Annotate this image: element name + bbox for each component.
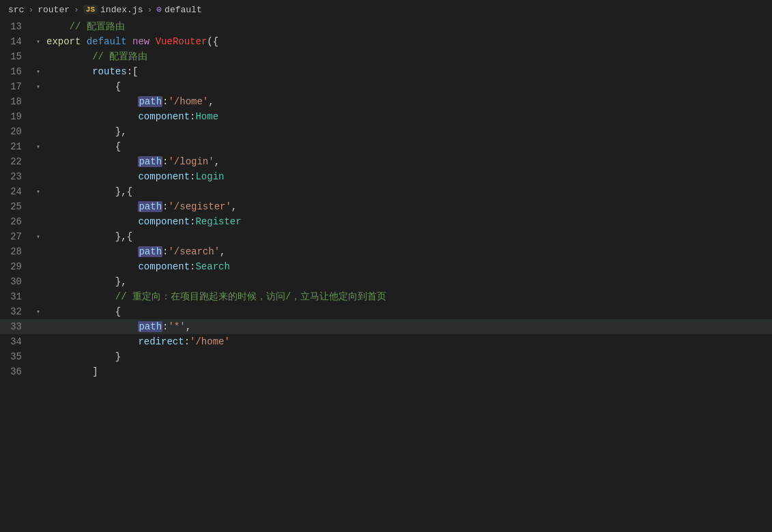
breadcrumb-default: default: [165, 5, 202, 15]
code-content: component:Register: [44, 216, 772, 227]
line-number: 21: [0, 141, 33, 152]
token-punct: :: [162, 246, 168, 257]
fold-arrow[interactable]: ▾: [33, 68, 44, 76]
token-punct: },: [115, 126, 127, 137]
token-prop: redirect: [138, 336, 184, 347]
line-number: 29: [0, 261, 33, 272]
token-component-val: Search: [195, 261, 229, 272]
code-line: 28 path:'/search',: [0, 244, 772, 259]
line-number: 28: [0, 246, 33, 257]
code-content: export default new VueRouter({: [44, 36, 772, 47]
code-content: },: [44, 276, 772, 287]
token-punct: :: [190, 261, 195, 272]
code-content: {: [44, 141, 772, 152]
code-line: 22 path:'/login',: [0, 154, 772, 169]
code-content: path:'/segister',: [44, 201, 772, 212]
code-line: 32▾ {: [0, 304, 772, 319]
code-line: 14▾export default new VueRouter({: [0, 34, 772, 49]
token-punct: },{: [115, 186, 132, 197]
breadcrumb-sep-2: ›: [74, 5, 79, 15]
code-line: 36 ]: [0, 364, 772, 379]
token-kw-export: export: [46, 36, 81, 47]
token-plain: [149, 36, 155, 47]
breadcrumb-src: src: [8, 5, 24, 15]
token-plain: [127, 36, 132, 47]
fold-arrow[interactable]: ▾: [33, 83, 44, 91]
fold-arrow[interactable]: ▾: [33, 233, 44, 241]
token-path-highlight: path: [138, 246, 162, 257]
line-number: 34: [0, 336, 33, 347]
code-content: // 配置路由: [44, 50, 772, 63]
line-number: 35: [0, 351, 33, 362]
fold-arrow[interactable]: ▾: [33, 143, 44, 151]
token-punct: {: [115, 141, 121, 152]
token-punct: :[: [127, 66, 139, 77]
fold-arrow[interactable]: ▾: [33, 38, 44, 46]
token-prop: component: [138, 261, 190, 272]
token-kw-default: default: [87, 36, 127, 47]
token-component-val: Register: [195, 216, 241, 227]
line-number: 31: [0, 291, 33, 302]
token-component-val: Home: [195, 111, 218, 122]
token-path-highlight: path: [138, 201, 162, 212]
code-content: // 重定向：在项目跑起来的时候，访问/，立马让他定向到首页: [44, 291, 772, 303]
line-number: 27: [0, 231, 33, 242]
code-content: {: [44, 81, 772, 92]
line-number: 13: [0, 21, 33, 32]
token-punct: :: [162, 156, 168, 167]
line-number: 25: [0, 201, 33, 212]
line-number: 16: [0, 66, 33, 77]
line-number: 36: [0, 366, 33, 377]
token-punct: ,: [186, 321, 191, 332]
token-punct: ,: [214, 156, 220, 167]
token-path-highlight: path: [138, 321, 162, 332]
code-content: },: [44, 126, 772, 137]
token-punct: :: [184, 336, 190, 347]
fold-arrow[interactable]: ▾: [33, 308, 44, 316]
line-number: 33: [0, 321, 33, 332]
code-line: 17▾ {: [0, 79, 772, 94]
code-line: 33 path:'*',: [0, 319, 772, 334]
token-plain: [81, 36, 86, 47]
code-line: 35 }: [0, 349, 772, 364]
token-punct: :: [190, 171, 195, 182]
line-number: 30: [0, 276, 33, 287]
code-content: path:'*',: [44, 321, 772, 332]
token-punct: }: [115, 351, 121, 362]
code-content: path:'/home',: [44, 96, 772, 107]
code-content: component:Home: [44, 111, 772, 122]
code-line: 29 component:Search: [0, 259, 772, 274]
code-line: 20 },: [0, 124, 772, 139]
code-line: 21▾ {: [0, 139, 772, 154]
breadcrumb-symbol-icon: ⊙: [156, 4, 162, 15]
token-punct: ,: [220, 246, 225, 257]
token-prop: routes: [92, 66, 126, 77]
token-str: '/home': [190, 336, 230, 347]
line-number: 20: [0, 126, 33, 137]
fold-arrow[interactable]: ▾: [33, 188, 44, 196]
token-punct: ,: [231, 201, 237, 212]
code-line: 25 path:'/segister',: [0, 199, 772, 214]
code-line: 16▾ routes:[: [0, 64, 772, 79]
breadcrumb-sep-3: ›: [147, 5, 152, 15]
code-content: routes:[: [44, 66, 772, 77]
code-content: redirect:'/home': [44, 336, 772, 347]
token-path-highlight: path: [138, 96, 162, 107]
line-number: 26: [0, 216, 33, 227]
token-str: '/home': [168, 96, 208, 107]
token-comment: // 重定向：在项目跑起来的时候，访问/，立马让他定向到首页: [115, 291, 387, 303]
token-punct: :: [162, 96, 168, 107]
breadcrumb-js-badge: JS: [83, 5, 98, 14]
code-line: 19 component:Home: [0, 109, 772, 124]
token-punct: :: [190, 216, 195, 227]
token-component-val: Login: [195, 171, 224, 182]
code-line: 13 // 配置路由: [0, 19, 772, 34]
code-content: }: [44, 351, 772, 362]
editor-area: 13 // 配置路由14▾export default new VueRoute…: [0, 19, 772, 379]
code-line: 18 path:'/home',: [0, 94, 772, 109]
token-punct: :: [190, 111, 195, 122]
code-content: path:'/login',: [44, 156, 772, 167]
token-punct: ({: [207, 36, 218, 47]
breadcrumb-filename: index.js: [100, 5, 143, 15]
code-content: component:Login: [44, 171, 772, 182]
